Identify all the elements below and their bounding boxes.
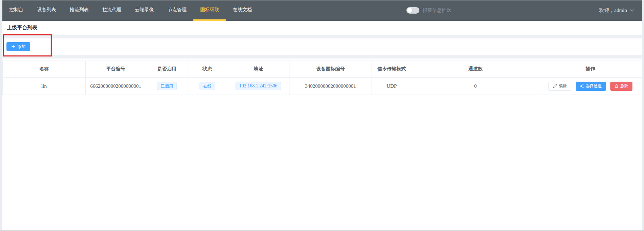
top-nav-bar: 控制台 设备列表 推流列表 拉流代理 云端录像 节点管理 国标级联 在线文档 报… xyxy=(2,0,642,21)
cell-transport-mode: UDP xyxy=(371,78,412,95)
cell-address: 192.168.1.242:1506 xyxy=(227,78,290,95)
user-menu[interactable]: 欢迎，admin xyxy=(599,0,635,21)
page-title-bar: 上级平台列表 xyxy=(2,21,642,35)
divider-band-top xyxy=(2,35,642,38)
edit-button-label: 编辑 xyxy=(559,83,567,89)
toggle-knob xyxy=(407,8,412,13)
divider-band-bottom xyxy=(2,55,642,59)
cell-platform-id: 66620000002000000001 xyxy=(86,78,146,95)
nav-item-push-stream-list[interactable]: 推流列表 xyxy=(63,0,95,21)
column-header-name: 名称 xyxy=(3,61,86,78)
bottom-edge-strip xyxy=(0,230,644,231)
nav-item-node-management[interactable]: 节点管理 xyxy=(161,0,193,21)
edit-icon xyxy=(553,84,557,88)
nav-item-online-docs[interactable]: 在线文档 xyxy=(226,0,259,21)
chevron-down-icon xyxy=(630,9,634,12)
column-header-actions: 操作 xyxy=(539,61,642,78)
table-toolbar: 添加 xyxy=(2,38,642,55)
page-title: 上级平台列表 xyxy=(7,24,37,31)
column-header-status: 状态 xyxy=(188,61,227,78)
column-header-platform-id: 平台编号 xyxy=(86,61,146,78)
cell-actions: 编辑 选择通道 xyxy=(539,78,642,95)
edit-button[interactable]: 编辑 xyxy=(549,82,571,91)
add-button[interactable]: 添加 xyxy=(6,42,30,51)
row-actions: 编辑 选择通道 xyxy=(539,82,642,91)
nav-item-console[interactable]: 控制台 xyxy=(2,0,30,21)
column-header-address: 地址 xyxy=(227,61,290,78)
alarm-push-toggle-group: 报警信息推送 xyxy=(406,0,451,21)
nav-item-pull-stream-proxy[interactable]: 拉流代理 xyxy=(95,0,128,21)
app-frame: 控制台 设备列表 推流列表 拉流代理 云端录像 节点管理 国标级联 在线文档 报… xyxy=(2,0,642,230)
add-button-label: 添加 xyxy=(17,44,25,50)
table-header-row: 名称 平台编号 是否启用 状态 地址 设备国标编号 信令传输模式 通道数 操作 xyxy=(3,61,642,78)
platform-table: 名称 平台编号 是否启用 状态 地址 设备国标编号 信令传输模式 通道数 操作 … xyxy=(2,61,642,95)
plus-icon xyxy=(11,45,15,49)
alarm-push-toggle[interactable] xyxy=(406,7,419,14)
welcome-user-text: 欢迎，admin xyxy=(599,7,627,14)
column-header-enabled: 是否启用 xyxy=(146,61,188,78)
delete-icon xyxy=(614,84,619,88)
cell-enabled: 已启用 xyxy=(146,78,188,95)
cell-status: 在线 xyxy=(188,78,227,95)
cell-channel-count: 0 xyxy=(412,78,539,95)
nav-item-gb-cascade[interactable]: 国标级联 xyxy=(193,0,226,21)
column-header-device-gb-id: 设备国标编号 xyxy=(290,61,371,78)
address-badge: 192.168.1.242:1506 xyxy=(236,82,281,90)
delete-button[interactable]: 删除 xyxy=(610,82,632,91)
select-channel-button-label: 选择通道 xyxy=(586,83,602,89)
nav-item-device-list[interactable]: 设备列表 xyxy=(30,0,63,21)
nav-item-cloud-recording[interactable]: 云端录像 xyxy=(128,0,161,21)
content-area: 名称 平台编号 是否启用 状态 地址 设备国标编号 信令传输模式 通道数 操作 … xyxy=(2,59,642,230)
alarm-push-toggle-label: 报警信息推送 xyxy=(423,7,451,14)
column-header-transport-mode: 信令传输模式 xyxy=(371,61,412,78)
cell-device-gb-id: 34020000002000000001 xyxy=(290,78,371,95)
share-icon xyxy=(580,84,584,88)
enabled-badge: 已启用 xyxy=(157,82,177,90)
select-channel-button[interactable]: 选择通道 xyxy=(576,82,606,91)
status-badge: 在线 xyxy=(199,82,215,90)
delete-button-label: 删除 xyxy=(620,83,628,89)
table-row: lin 66620000002000000001 已启用 在线 192.168.… xyxy=(3,78,642,95)
column-header-channel-count: 通道数 xyxy=(412,61,539,78)
cell-name: lin xyxy=(3,78,86,95)
